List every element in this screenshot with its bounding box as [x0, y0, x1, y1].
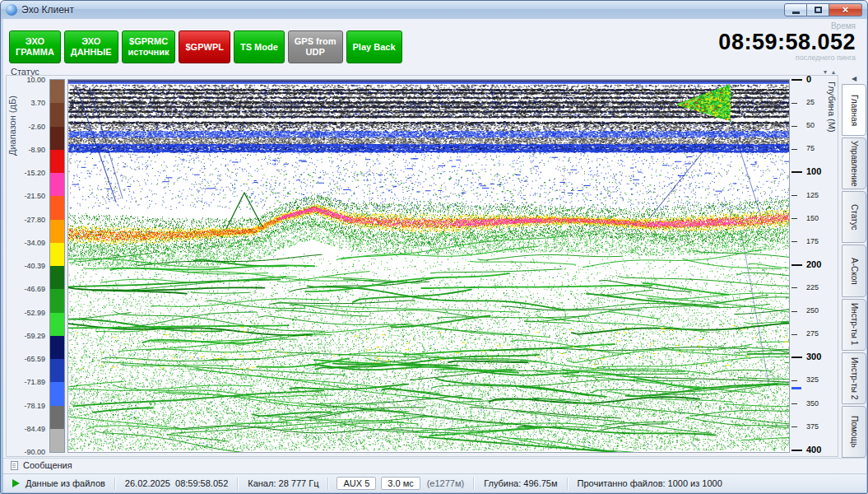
- color-scale-segment: [50, 289, 64, 312]
- depth-tick-label: 0: [806, 73, 811, 85]
- close-icon: ×: [842, 4, 849, 16]
- range-tick-label: -21.50: [24, 192, 45, 200]
- depth-tick-label: 400: [806, 444, 821, 455]
- depth-tick-label: 250: [806, 306, 819, 315]
- titlebar[interactable]: Эхо Клиент ×: [1, 1, 867, 19]
- color-scale: [49, 79, 65, 453]
- depth-marker[interactable]: [791, 387, 801, 389]
- time-subcaption: последнего пинга: [718, 54, 856, 62]
- side-tabs-strip: ◀ ГлавнаяУправлениеСтатусА-СкопИнстр-ты …: [842, 73, 866, 458]
- side-tab-instr-2[interactable]: Инстр-ты 2: [842, 352, 866, 404]
- side-tab-a-scope[interactable]: А-Скоп: [842, 245, 866, 296]
- depth-tick-label: 375: [806, 422, 819, 431]
- statusbar-item-1: 26.02.2025 08:59:58.052: [121, 478, 232, 488]
- toolbar-button-ts-mode[interactable]: TS Mode: [234, 30, 285, 63]
- range-tick-label: -2.60: [28, 123, 45, 131]
- range-tick-label: -27.80: [24, 216, 45, 224]
- depth-tick-label: 100: [806, 165, 821, 177]
- toolbar-button-echodata[interactable]: ЭХОДАННЫЕ: [64, 30, 118, 63]
- depth-tick: [791, 403, 797, 404]
- toolbar-button-gps-from-udp[interactable]: GPS fromUDP: [288, 30, 343, 63]
- range-tick-label: -84.49: [24, 425, 45, 433]
- color-scale-segment: [50, 406, 64, 429]
- color-scale-segment: [50, 196, 64, 219]
- depth-tick-label: 25: [806, 98, 815, 107]
- depth-tick-label: 150: [806, 214, 819, 223]
- toolbar-buttons: ЭХОГРАММАЭХОДАННЫЕ$GPRMCисточник$GPWPLTS…: [9, 30, 402, 63]
- toolbar-button-label: GPS from: [295, 36, 337, 47]
- depth-tick-label: 125: [806, 191, 819, 200]
- statusbar-item-0: Данные из файлов: [8, 478, 109, 488]
- maximize-icon: [815, 7, 822, 13]
- depth-tick: [791, 171, 802, 173]
- minimize-button[interactable]: [784, 3, 807, 16]
- toolbar-button-label: ЭХО: [81, 36, 100, 47]
- toolbar-button-play-back[interactable]: Play Back: [346, 30, 402, 63]
- toolbar-button-label: $GPRMC: [129, 36, 168, 47]
- toolbar-button-gpwpl[interactable]: $GPWPL: [179, 30, 230, 63]
- document-icon: [11, 461, 18, 470]
- depth-tick-label: 275: [806, 329, 819, 338]
- statusbar: Данные из файлов26.02.2025 08:59:58.052К…: [3, 473, 866, 492]
- color-scale-segment: [50, 243, 64, 266]
- color-scale-segment: [50, 127, 64, 150]
- toolbar-button-label: Play Back: [353, 42, 396, 53]
- minimize-icon: [792, 12, 800, 14]
- statusbar-text: 26.02.2025 08:59:58.052: [125, 478, 228, 488]
- statusbar-text: Прочитанно файлов: 1000 из 1000: [578, 478, 722, 488]
- range-tick-label: -78.19: [24, 402, 45, 410]
- app-window: Эхо Клиент × ЭХОГРАММАЭХОДАННЫЕ$GPRMCист…: [0, 0, 868, 494]
- statusbar-separator: [237, 478, 239, 490]
- range-tick-label: -8.90: [28, 146, 45, 154]
- statusbar-item-7: Прочитанно файлов: 1000 из 1000: [573, 478, 726, 488]
- toolbar-button-echogram[interactable]: ЭХОГРАММА: [9, 30, 61, 63]
- range-tick-label: -40.39: [24, 262, 45, 270]
- range-tick-label: 10.00: [26, 76, 45, 84]
- side-tab-status[interactable]: Статус: [842, 191, 866, 243]
- toolbar-button-label: ГРАММА: [16, 47, 54, 58]
- range-tick-label: -15.20: [24, 169, 45, 177]
- depth-tick: [791, 380, 797, 381]
- play-icon: [12, 479, 20, 487]
- toolbar-button-gprmc-source[interactable]: $GPRMCисточник: [122, 30, 176, 63]
- color-scale-segment: [50, 173, 64, 196]
- depth-tick: [791, 426, 797, 427]
- color-scale-segment: [50, 382, 64, 405]
- range-tick-label: 3.70: [30, 99, 45, 107]
- color-scale-segment: [50, 359, 64, 382]
- statusbar-item-4: 3.0 мс: [381, 477, 420, 490]
- range-tick-label: -90.00: [24, 448, 45, 456]
- depth-tick: [791, 126, 797, 127]
- side-tab-pomosch[interactable]: Помощь: [842, 406, 866, 458]
- statusbar-separator: [114, 478, 116, 490]
- depth-tick: [791, 357, 802, 358]
- statusbar-item-3: AUX 5: [337, 477, 376, 490]
- depth-tick: [791, 195, 797, 196]
- statusbar-separator: [567, 478, 569, 490]
- collapse-down-icon[interactable]: ▾: [824, 69, 827, 76]
- window-controls: ×: [784, 3, 862, 16]
- color-scale-segment: [50, 150, 64, 173]
- statusbar-item-2: Канал: 28 777 Гц: [244, 478, 323, 488]
- side-tabs: ГлавнаяУправлениеСтатусА-СкопИнстр-ты 1И…: [842, 84, 866, 458]
- statusbar-separator: [473, 478, 475, 490]
- collapse-up-icon[interactable]: ▴: [832, 69, 835, 76]
- close-button[interactable]: ×: [829, 3, 862, 16]
- toolbar-button-label: $GPWPL: [185, 42, 223, 53]
- range-labels: 10.003.70-2.60-8.90-15.20-21.50-27.80-34…: [16, 75, 47, 459]
- statusbar-item-6: Глубина: 496.75м: [480, 478, 561, 488]
- depth-tick-label: 75: [806, 144, 815, 153]
- side-tab-glavnaya[interactable]: Главная: [842, 84, 866, 136]
- color-scale-segment: [50, 336, 64, 359]
- toolbar-button-label: UDP: [306, 47, 325, 58]
- statusbar-text: AUX 5: [343, 478, 369, 488]
- side-tab-instr-1[interactable]: Инстр-ты 1: [842, 299, 866, 351]
- tabs-collapse-button[interactable]: ◀: [842, 73, 866, 84]
- echogram-canvas[interactable]: [67, 79, 790, 453]
- side-tab-upravlenie[interactable]: Управление: [842, 137, 866, 189]
- messages-bar[interactable]: Сообщения: [3, 458, 866, 473]
- maximize-button[interactable]: [807, 3, 829, 16]
- toolbar-button-label: ДАННЫЕ: [71, 47, 112, 58]
- depth-tick-label: 175: [806, 237, 819, 246]
- statusbar-text: Глубина: 496.75м: [484, 478, 557, 488]
